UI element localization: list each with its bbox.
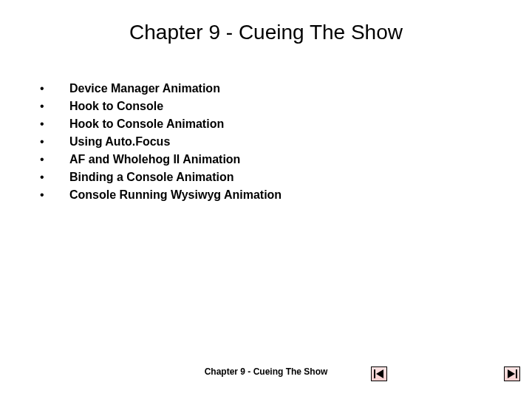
list-item: AF and Wholehog II Animation [40, 151, 282, 168]
list-item: Console Running Wysiwyg Animation [40, 186, 282, 204]
next-slide-button[interactable] [504, 366, 520, 381]
list-item: Hook to Console [40, 98, 282, 115]
svg-marker-1 [376, 369, 383, 378]
list-item: Binding a Console Animation [40, 168, 282, 186]
skip-forward-icon [507, 369, 517, 378]
list-item: Hook to Console Animation [40, 115, 282, 133]
svg-marker-2 [508, 369, 515, 378]
svg-rect-0 [374, 369, 375, 378]
slide: Chapter 9 - Cueing The Show Device Manag… [0, 0, 532, 399]
prev-slide-button[interactable] [371, 366, 387, 381]
list-item: Device Manager Animation [40, 80, 282, 98]
list-item: Using Auto.Focus [40, 133, 282, 151]
bullet-list: Device Manager Animation Hook to Console… [40, 80, 282, 204]
svg-rect-3 [516, 369, 517, 378]
footer-title: Chapter 9 - Cueing The Show [0, 366, 532, 377]
skip-back-icon [374, 369, 384, 378]
page-title: Chapter 9 - Cueing The Show [0, 21, 532, 44]
